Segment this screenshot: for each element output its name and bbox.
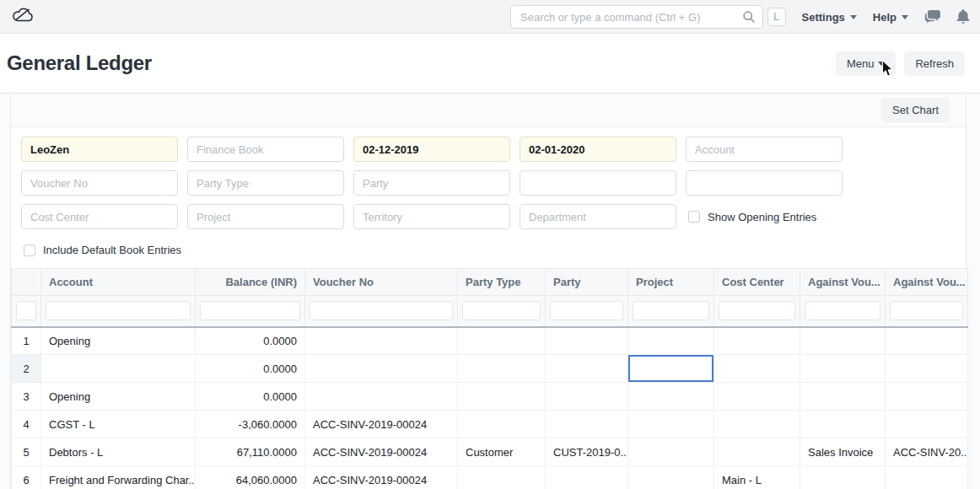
project-cell[interactable]	[628, 383, 714, 411]
settings-menu[interactable]: Settings	[802, 11, 857, 24]
balance-cell[interactable]: 67,110.0000	[196, 438, 305, 466]
party-type-cell[interactable]	[458, 383, 546, 411]
set-chart-button[interactable]: Set Chart	[881, 98, 950, 122]
voucher-no-cell[interactable]: ACC-SINV-2019-00024	[305, 438, 458, 466]
row-number-cell[interactable]: 3	[12, 383, 41, 411]
cost-center-cell[interactable]	[714, 327, 800, 355]
territory-filter[interactable]	[353, 204, 510, 229]
party-type-cell[interactable]: Customer	[458, 438, 546, 466]
party-type-cell[interactable]	[458, 411, 546, 438]
voucher-no-cell[interactable]: ACC-SINV-2019-00024	[305, 411, 458, 438]
account-cell[interactable]: Debtors - L	[41, 438, 196, 466]
column-filter-input[interactable]	[805, 301, 880, 320]
column-filter-input[interactable]	[719, 301, 795, 320]
party-column-header[interactable]: Party	[546, 269, 628, 296]
search-icon[interactable]	[742, 10, 756, 27]
against-voucher-type-cell[interactable]: Sales Invoice	[800, 438, 886, 466]
account-cell[interactable]: CGST - L	[41, 411, 196, 438]
party-cell[interactable]	[546, 466, 628, 489]
balance-cell[interactable]: -3,060.0000	[196, 411, 305, 438]
cost-center-cell[interactable]	[714, 383, 800, 411]
against-voucher-cell[interactable]	[886, 411, 968, 438]
against-voucher-type-column-header[interactable]: Against Vou...	[800, 269, 886, 296]
row-number-cell[interactable]: 1	[12, 327, 41, 355]
account-filter[interactable]	[686, 137, 843, 162]
extra-filter-2[interactable]	[686, 170, 843, 196]
column-filter-input[interactable]	[16, 301, 36, 320]
column-filter-input[interactable]	[200, 301, 300, 320]
project-cell[interactable]	[628, 438, 714, 466]
chat-icon[interactable]	[924, 10, 940, 24]
row-number-cell[interactable]: 2	[12, 355, 41, 383]
party-cell[interactable]	[546, 383, 628, 411]
menu-button[interactable]: Menu	[836, 51, 897, 76]
account-cell[interactable]: Freight and Forwarding Char...	[41, 466, 196, 489]
balance-cell[interactable]: 0.0000	[196, 383, 305, 411]
cost-center-cell[interactable]	[714, 355, 800, 383]
row-number-cell[interactable]: 6	[12, 466, 41, 489]
against-voucher-cell[interactable]	[886, 383, 968, 411]
app-logo[interactable]	[12, 6, 35, 27]
against-voucher-type-cell[interactable]	[800, 327, 886, 355]
cost-center-filter[interactable]	[21, 204, 178, 229]
index-column-header[interactable]	[12, 269, 41, 296]
voucher-no-cell[interactable]	[305, 327, 458, 355]
against-voucher-type-cell[interactable]	[800, 355, 886, 383]
balance-cell[interactable]: 64,060.0000	[196, 466, 305, 489]
user-avatar[interactable]: L	[767, 8, 786, 26]
voucher-no-cell[interactable]	[305, 383, 458, 411]
party-type-cell[interactable]	[458, 466, 546, 489]
project-cell[interactable]	[628, 327, 714, 355]
extra-filter-1[interactable]	[520, 170, 676, 196]
against-voucher-column-header[interactable]: Against Vou...	[886, 269, 968, 296]
party-cell[interactable]: CUST-2019-0...	[546, 438, 628, 466]
search-input[interactable]	[510, 5, 763, 29]
party-cell[interactable]	[546, 355, 628, 383]
row-number-cell[interactable]: 4	[12, 411, 41, 438]
account-cell[interactable]	[41, 355, 196, 383]
to-date-filter[interactable]	[520, 137, 676, 162]
party-type-cell[interactable]	[458, 355, 546, 383]
party-filter[interactable]	[353, 170, 510, 196]
column-filter-input[interactable]	[633, 301, 709, 320]
from-date-filter[interactable]	[353, 137, 510, 162]
cost-center-cell[interactable]	[714, 411, 800, 438]
account-cell[interactable]: Opening	[41, 327, 196, 355]
party-type-filter[interactable]	[187, 170, 344, 196]
project-cell[interactable]	[628, 466, 714, 489]
against-voucher-type-cell[interactable]	[800, 466, 886, 489]
voucher-no-cell[interactable]	[305, 355, 458, 383]
column-filter-input[interactable]	[46, 301, 191, 320]
row-number-cell[interactable]: 5	[12, 438, 41, 466]
cost-center-cell[interactable]: Main - L	[714, 466, 800, 489]
refresh-button[interactable]: Refresh	[904, 51, 965, 76]
against-voucher-type-cell[interactable]	[800, 383, 886, 411]
account-cell[interactable]: Opening	[41, 383, 196, 411]
against-voucher-cell[interactable]	[886, 355, 968, 383]
project-cell[interactable]	[628, 411, 714, 438]
include-default-book-entries-checkbox[interactable]	[24, 244, 35, 256]
party-cell[interactable]	[546, 411, 628, 438]
column-filter-input[interactable]	[890, 301, 963, 320]
party-type-column-header[interactable]: Party Type	[458, 269, 546, 296]
balance-column-header[interactable]: Balance (INR)	[196, 269, 305, 296]
voucher-no-filter[interactable]	[21, 170, 178, 196]
voucher-no-column-header[interactable]: Voucher No	[305, 269, 458, 296]
project-filter[interactable]	[187, 204, 344, 229]
account-column-header[interactable]: Account	[41, 269, 196, 296]
voucher-no-cell[interactable]: ACC-SINV-2019-00024	[305, 466, 458, 489]
against-voucher-cell[interactable]: ACC-SINV-20...	[886, 438, 968, 466]
column-filter-input[interactable]	[550, 301, 623, 320]
cost-center-cell[interactable]	[714, 438, 800, 466]
party-cell[interactable]	[546, 327, 628, 355]
against-voucher-cell[interactable]	[886, 466, 968, 489]
column-filter-input[interactable]	[462, 301, 541, 320]
balance-cell[interactable]: 0.0000	[196, 355, 305, 383]
help-menu[interactable]: Help	[873, 11, 908, 24]
against-voucher-type-cell[interactable]	[800, 411, 886, 438]
notifications-bell-icon[interactable]	[956, 9, 970, 24]
finance-book-filter[interactable]	[187, 137, 344, 162]
project-column-header[interactable]: Project	[628, 269, 714, 296]
company-filter[interactable]	[21, 137, 178, 162]
department-filter[interactable]	[520, 204, 676, 229]
